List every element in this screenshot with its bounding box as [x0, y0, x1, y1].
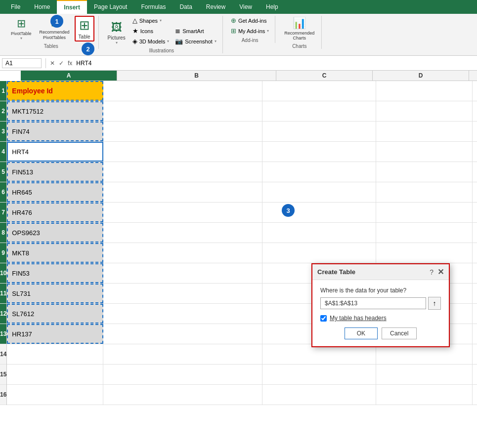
row-num-13[interactable]: 13: [0, 324, 6, 344]
cell-c5[interactable]: [262, 162, 376, 182]
cell-d3[interactable]: [376, 122, 473, 141]
cell-c4[interactable]: [262, 142, 376, 162]
cell-a7[interactable]: HR476: [7, 203, 103, 222]
cell-a2[interactable]: MKT17512: [7, 101, 103, 121]
cell-e2[interactable]: [473, 101, 477, 121]
cell-d4[interactable]: [376, 142, 473, 162]
cell-d14[interactable]: [376, 344, 473, 364]
cell-b8[interactable]: [103, 223, 262, 243]
row-num-2[interactable]: 2: [0, 101, 6, 122]
cell-a9[interactable]: MKT8: [7, 243, 103, 263]
cell-b9[interactable]: [103, 243, 262, 263]
row-num-9[interactable]: 9: [0, 243, 6, 263]
cell-e6[interactable]: [473, 182, 477, 202]
pivot-table-button[interactable]: ⊞ PivotTable ▾: [8, 16, 35, 41]
cell-e14[interactable]: [473, 344, 477, 364]
tab-page-layout[interactable]: Page Layout: [87, 0, 134, 13]
pictures-button[interactable]: 🖼 Pictures ▾: [105, 20, 129, 46]
screenshot-button[interactable]: 📷 Screenshot ▾: [173, 37, 218, 46]
insert-function-button[interactable]: fx: [66, 59, 74, 68]
cell-e8[interactable]: [473, 223, 477, 243]
cell-b11[interactable]: [103, 284, 262, 303]
col-header-c[interactable]: C: [276, 71, 373, 81]
cell-e5[interactable]: [473, 162, 477, 182]
shapes-button[interactable]: △ Shapes ▾: [130, 16, 172, 25]
confirm-formula-button[interactable]: ✓: [57, 59, 66, 68]
cell-d2[interactable]: [376, 101, 473, 121]
cell-e10[interactable]: [473, 263, 477, 283]
row-num-8[interactable]: 8: [0, 223, 6, 243]
dialog-ok-button[interactable]: OK: [345, 327, 378, 339]
cell-d1[interactable]: [376, 81, 473, 101]
cell-a8[interactable]: OPS9623: [7, 223, 103, 243]
cell-a11[interactable]: SL731: [7, 284, 103, 303]
cell-c7[interactable]: [262, 203, 376, 222]
icons-button[interactable]: ★ Icons: [130, 26, 172, 36]
cell-d15[interactable]: [376, 365, 473, 384]
formula-input[interactable]: [74, 59, 475, 68]
tab-review[interactable]: Review: [199, 0, 232, 13]
cell-c2[interactable]: [262, 101, 376, 121]
cell-d8[interactable]: [376, 223, 473, 243]
col-header-b[interactable]: B: [117, 71, 276, 81]
col-header-e[interactable]: E: [469, 71, 477, 81]
cell-c6[interactable]: [262, 182, 376, 202]
col-header-a[interactable]: A: [21, 71, 117, 81]
dialog-help-button[interactable]: ?: [430, 268, 434, 276]
cell-b14[interactable]: [103, 344, 262, 364]
tab-view[interactable]: View: [232, 0, 259, 13]
tab-help[interactable]: Help: [259, 0, 285, 13]
row-num-10[interactable]: 10: [0, 263, 6, 284]
cell-c15[interactable]: [262, 365, 376, 384]
cell-e12[interactable]: [473, 304, 477, 324]
row-num-14[interactable]: 14: [0, 344, 6, 365]
row-num-11[interactable]: 11: [0, 284, 6, 304]
cell-d6[interactable]: [376, 182, 473, 202]
cell-c8[interactable]: [262, 223, 376, 243]
row-num-4[interactable]: 4: [0, 142, 6, 162]
cell-a15[interactable]: [7, 365, 103, 384]
cell-e1[interactable]: [473, 81, 477, 101]
cell-a5[interactable]: FIN513: [7, 162, 103, 182]
tab-home[interactable]: Home: [27, 0, 57, 13]
dialog-range-input[interactable]: [320, 297, 426, 309]
cell-d7[interactable]: [376, 203, 473, 222]
cell-c1[interactable]: [262, 81, 376, 101]
cell-d5[interactable]: [376, 162, 473, 182]
row-num-12[interactable]: 12: [0, 304, 6, 324]
dialog-close-button[interactable]: ✕: [437, 267, 444, 277]
get-add-ins-button[interactable]: ⊕ Get Add-ins: [229, 16, 271, 25]
row-num-3[interactable]: 3: [0, 122, 6, 142]
tab-file[interactable]: File: [4, 0, 27, 13]
cell-e13[interactable]: [473, 324, 477, 344]
cell-b4[interactable]: [103, 142, 262, 162]
row-num-16[interactable]: 16: [0, 385, 6, 405]
cell-c9[interactable]: [262, 243, 376, 263]
cell-c16[interactable]: [262, 385, 376, 405]
row-num-5[interactable]: 5: [0, 162, 6, 182]
cell-e4[interactable]: [473, 142, 477, 162]
cell-e11[interactable]: [473, 284, 477, 303]
3d-models-button[interactable]: ◈ 3D Models ▾: [130, 37, 172, 46]
tab-insert[interactable]: Insert: [57, 0, 87, 14]
cell-c14[interactable]: [262, 344, 376, 364]
cell-a6[interactable]: HR645: [7, 182, 103, 202]
row-num-15[interactable]: 15: [0, 365, 6, 385]
dialog-cancel-button[interactable]: Cancel: [382, 327, 417, 339]
cell-a4[interactable]: HRT4: [7, 142, 103, 162]
col-header-d[interactable]: D: [373, 71, 469, 81]
cell-a10[interactable]: FIN53: [7, 263, 103, 283]
cell-b7[interactable]: [103, 203, 262, 222]
smartart-button[interactable]: ≣ SmartArt: [173, 26, 218, 36]
tab-formulas[interactable]: Formulas: [134, 0, 173, 13]
cell-a14[interactable]: [7, 344, 103, 364]
cell-e15[interactable]: [473, 365, 477, 384]
cell-e9[interactable]: [473, 243, 477, 263]
recommended-charts-button[interactable]: 📊 RecommendedCharts: [281, 16, 317, 41]
cell-c3[interactable]: [262, 122, 376, 141]
cell-b2[interactable]: [103, 101, 262, 121]
cell-e3[interactable]: [473, 122, 477, 141]
cell-a3[interactable]: FIN74: [7, 122, 103, 141]
cell-a12[interactable]: SL7612: [7, 304, 103, 324]
cell-d9[interactable]: [376, 243, 473, 263]
